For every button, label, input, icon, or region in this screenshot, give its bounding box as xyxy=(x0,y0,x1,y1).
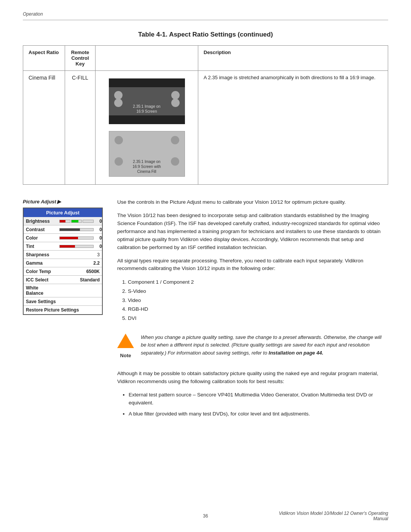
visual-cell: 2.35:1 Image on16:9 Screen 2.3 xyxy=(96,71,198,185)
header-description: Description xyxy=(198,46,388,71)
cinema-label-2: 2.35:1 Image on16:9 Screen withCinema Fi… xyxy=(109,159,185,174)
pa-bar-color xyxy=(58,235,95,241)
pa-row-tint: Tint 0 xyxy=(24,242,102,251)
aspect-ratio-table: Aspect Ratio Remote Control Key Descript… xyxy=(23,45,388,185)
cinema-label-1: 2.35:1 Image on16:9 Screen xyxy=(109,104,185,114)
note-icon: ! Note xyxy=(117,334,134,358)
list-item: RGB-HD xyxy=(128,305,388,313)
arrow-icon: ▶ xyxy=(57,199,61,204)
pa-row-brightness: Brightness 0 xyxy=(24,217,102,225)
cinema-image-2: 2.35:1 Image on16:9 Screen withCinema Fi… xyxy=(109,131,185,177)
pa-val-whitebalance xyxy=(58,289,102,292)
cinema-image-1: 2.35:1 Image on16:9 Screen xyxy=(109,78,185,124)
bullet-list: External test pattern source – Sencore V… xyxy=(129,391,388,418)
pa-bar-tint xyxy=(58,244,95,249)
pa-bar-contrast xyxy=(58,227,95,232)
pa-label-colortemp: Color Temp xyxy=(24,268,58,275)
calibration-list: Component 1 / Component 2 S-Video Video … xyxy=(128,278,388,322)
pa-row-savesettings: Save Settings xyxy=(24,297,102,306)
pa-val-sharpness: 3 xyxy=(58,251,102,259)
pa-label-icc: ICC Select xyxy=(24,276,58,284)
pa-label-sharpness: Sharpness xyxy=(24,251,58,259)
pa-menu-title: Picture Adjust xyxy=(24,208,102,217)
left-column: Picture Adjust▶ Picture Adjust Brightnes… xyxy=(23,198,110,423)
pa-label-restoresettings: Restore Picture Settings xyxy=(24,306,102,314)
cinema-images: 2.35:1 Image on16:9 Screen 2.3 xyxy=(101,75,193,181)
remote-key-cell: C-FILL xyxy=(65,71,96,185)
note-text: When you change a picture quality settin… xyxy=(141,334,388,356)
pa-label-savesettings: Save Settings xyxy=(24,298,102,305)
pa-val-colortemp: 6500K xyxy=(58,268,102,275)
picture-adjust-section: Picture Adjust▶ Picture Adjust Brightnes… xyxy=(23,198,388,423)
pa-row-icc: ICC Select Standard xyxy=(24,276,102,284)
list-item: Component 1 / Component 2 xyxy=(128,278,388,286)
header-aspect-ratio: Aspect Ratio xyxy=(23,46,65,71)
pa-row-colortemp: Color Temp 6500K xyxy=(24,267,102,276)
para2: All signal types require separate proces… xyxy=(117,257,388,273)
picture-adjust-heading: Picture Adjust▶ xyxy=(23,198,110,204)
list-item: A blue filter (provided with many test D… xyxy=(129,410,388,418)
aspect-ratio-cell: Cinema Fill xyxy=(23,71,65,185)
pa-row-whitebalance: White Balance xyxy=(24,284,102,297)
pa-val-contrast: 0 xyxy=(95,227,102,232)
pa-bars-brightness xyxy=(58,219,95,224)
note-exclamation-icon: ! xyxy=(117,335,119,343)
list-item: S-Video xyxy=(128,287,388,296)
pa-label-brightness: Brightness xyxy=(24,217,58,225)
operation-label: Operation xyxy=(23,11,388,17)
list-item: Video xyxy=(128,296,388,305)
header-visual xyxy=(96,46,198,71)
table-title: Table 4-1. Aspect Ratio Settings (contin… xyxy=(23,31,388,38)
pa-val-brightness: 0 xyxy=(95,219,102,224)
pa-row-sharpness: Sharpness 3 xyxy=(24,251,102,259)
pa-row-restoresettings: Restore Picture Settings xyxy=(24,306,102,314)
footer-title: Vidikron Vision Model 10/Model 12 Owner'… xyxy=(266,511,388,521)
pa-label-gamma: Gamma xyxy=(24,259,58,267)
table-row: Cinema Fill C-FILL xyxy=(23,71,388,185)
pa-label-whitebalance: White Balance xyxy=(24,284,58,297)
para1: The Vision 10/12 has been designed to in… xyxy=(117,212,388,252)
pa-val-tint: 0 xyxy=(95,244,102,249)
page-container: Operation Table 4-1. Aspect Ratio Settin… xyxy=(0,0,411,532)
pa-label-color: Color xyxy=(24,234,58,242)
description-cell: A 2.35 image is stretched anamorphically… xyxy=(198,71,388,185)
pa-row-contrast: Contrast 0 xyxy=(24,225,102,234)
list-item: DVI xyxy=(128,314,388,323)
para3: Although it may be possible to obtain sa… xyxy=(117,370,388,386)
top-rule xyxy=(23,20,388,20)
pa-label-tint: Tint xyxy=(24,243,58,250)
pa-row-color: Color 0 xyxy=(24,234,102,242)
pa-val-icc: Standard xyxy=(58,276,102,284)
page-footer: 36 Vidikron Vision Model 10/Model 12 Own… xyxy=(23,511,388,521)
intro-text: Use the controls in the Picture Adjust m… xyxy=(117,198,388,206)
note-bold: Installation on page 44. xyxy=(269,350,323,356)
list-item: External test pattern source – Sencore V… xyxy=(129,391,388,407)
pa-val-color: 0 xyxy=(95,235,102,241)
note-triangle-icon xyxy=(117,334,134,348)
right-column: Use the controls in the Picture Adjust m… xyxy=(117,198,388,423)
footer-page-number: 36 xyxy=(145,513,266,519)
pa-label-contrast: Contrast xyxy=(24,226,58,233)
pa-row-gamma: Gamma 2.2 xyxy=(24,259,102,267)
note-box: ! Note When you change a picture quality… xyxy=(117,331,388,361)
header-remote-control: Remote Control Key xyxy=(65,46,96,71)
picture-adjust-menu: Picture Adjust Brightness 0 Contrast xyxy=(23,208,103,315)
pa-val-gamma: 2.2 xyxy=(58,259,102,267)
